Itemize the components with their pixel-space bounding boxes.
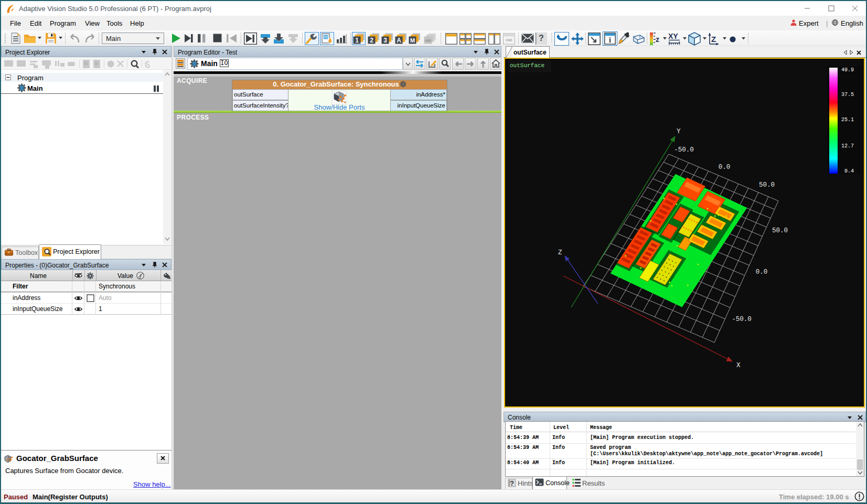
svg-text:50.0: 50.0 <box>759 181 775 189</box>
svg-text:3: 3 <box>383 37 387 44</box>
svg-text:A: A <box>397 37 401 44</box>
svg-text:i: i <box>609 36 611 44</box>
svg-text:z: z <box>656 35 659 44</box>
svg-text:1: 1 <box>355 37 359 44</box>
svg-text:f: f <box>140 273 142 279</box>
svg-text:Z: Z <box>558 249 562 256</box>
svg-text:Y: Y <box>677 128 681 135</box>
svg-text:X: X <box>736 362 741 369</box>
svg-text:0.0: 0.0 <box>719 164 731 171</box>
svg-text:-50.0: -50.0 <box>674 146 694 154</box>
svg-text:50.0: 50.0 <box>772 227 788 234</box>
svg-text:HMI: HMI <box>425 39 431 42</box>
svg-text:XY: XY <box>668 32 678 40</box>
svg-text:2: 2 <box>370 37 373 44</box>
svg-text:?: ? <box>510 479 514 487</box>
svg-text:HMI: HMI <box>506 38 512 42</box>
svg-text:0.0: 0.0 <box>756 269 768 276</box>
svg-text:-50.0: -50.0 <box>732 316 752 323</box>
svg-text:M: M <box>410 37 415 44</box>
svg-text:Z: Z <box>711 35 716 44</box>
